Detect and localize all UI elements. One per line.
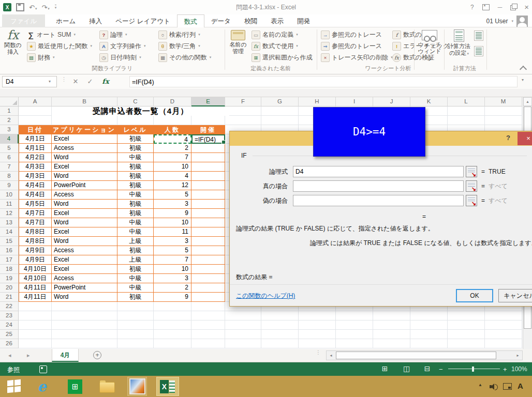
cell-A2[interactable] — [19, 116, 52, 125]
ime-mode-icon[interactable]: A — [518, 381, 523, 390]
cell-B17[interactable]: Excel — [52, 255, 117, 265]
close-button[interactable]: × — [524, 3, 529, 11]
cell-G1[interactable] — [261, 106, 299, 116]
cell-E26[interactable] — [191, 339, 225, 348]
column-header-F[interactable]: F — [225, 97, 261, 106]
cell-C5[interactable]: 初級 — [117, 144, 154, 153]
minimize-button[interactable]: ─ — [498, 4, 503, 11]
cell-D11[interactable]: 3 — [154, 200, 191, 209]
cell-E21[interactable] — [191, 293, 225, 302]
cell-H26[interactable] — [299, 339, 336, 348]
remove-arrows-button[interactable]: × トレース矢印の削除▾ — [321, 52, 393, 63]
collapse-ribbon-button[interactable] — [520, 66, 527, 73]
cell-C16[interactable]: 初級 — [117, 246, 154, 255]
tray-show-hidden-icon[interactable]: ▲ — [478, 383, 482, 387]
cell-A6[interactable]: 4月2日 — [19, 153, 52, 162]
cell-B5[interactable]: Access — [52, 144, 117, 153]
cell-B25[interactable] — [52, 330, 117, 339]
cell-E14[interactable] — [191, 227, 225, 237]
zoom-out-button[interactable]: − — [439, 365, 443, 373]
cell-A23[interactable] — [19, 311, 52, 320]
cell-F26[interactable] — [225, 339, 261, 348]
cell-D25[interactable] — [154, 330, 191, 339]
cell-C21[interactable]: 初級 — [117, 293, 154, 302]
cell-E3[interactable]: 開催 — [191, 125, 225, 134]
cell-E20[interactable] — [191, 283, 225, 293]
cell-G24[interactable] — [261, 320, 299, 330]
cell-K25[interactable] — [410, 330, 448, 339]
row-header-10[interactable]: 10 — [0, 190, 19, 200]
cell-C15[interactable]: 上級 — [117, 237, 154, 246]
cell-D18[interactable]: 10 — [154, 265, 191, 274]
row-header-5[interactable]: 5 — [0, 144, 19, 153]
cell-A9[interactable]: 4月4日 — [19, 181, 52, 190]
scroll-right-button[interactable]: ▸ — [513, 352, 522, 359]
cell-B10[interactable]: Access — [52, 190, 117, 200]
cell-J26[interactable] — [373, 339, 410, 348]
cell-D14[interactable]: 11 — [154, 227, 191, 237]
cell-E24[interactable] — [191, 320, 225, 330]
cell-E19[interactable] — [191, 274, 225, 283]
row-header-4[interactable]: 4 — [0, 134, 19, 144]
cell-K26[interactable] — [410, 339, 448, 348]
sheet-nav-left-icon[interactable]: ◂ — [8, 352, 11, 359]
calculation-options-button[interactable]: 計算方法 の設定▾ — [446, 28, 472, 57]
column-header-K[interactable]: K — [410, 97, 448, 106]
cell-E13[interactable] — [191, 218, 225, 227]
cell-D13[interactable]: 10 — [154, 218, 191, 227]
cell-E5[interactable] — [191, 144, 225, 153]
cell-A25[interactable] — [19, 330, 52, 339]
name-box-dropdown-icon[interactable]: ▾ — [49, 79, 51, 84]
cell-A16[interactable]: 4月9日 — [19, 246, 52, 255]
cell-J25[interactable] — [373, 330, 410, 339]
cell-B15[interactable]: Word — [52, 237, 117, 246]
cell-D10[interactable]: 5 — [154, 190, 191, 200]
cell-E12[interactable] — [191, 209, 225, 218]
cell-L23[interactable] — [448, 311, 485, 320]
row-header-15[interactable]: 15 — [0, 237, 19, 246]
cell-B6[interactable]: Word — [52, 153, 117, 162]
formula-bar-splitter[interactable]: ⋮ — [61, 78, 67, 81]
scroll-left-button[interactable]: ◂ — [327, 352, 335, 359]
cell-C10[interactable]: 中級 — [117, 190, 154, 200]
row-header-7[interactable]: 7 — [0, 162, 19, 172]
zoom-slider-thumb[interactable] — [472, 367, 474, 372]
datetime-button[interactable]: ◷ 日付/時刻▾ — [99, 52, 141, 63]
cell-D12[interactable]: 9 — [154, 209, 191, 218]
autosum-button[interactable]: ∑ オート SUM▾ — [27, 29, 76, 40]
cell-B9[interactable]: PowerPoint — [52, 181, 117, 190]
cell-A18[interactable]: 4月10日 — [19, 265, 52, 274]
cell-M23[interactable] — [485, 311, 522, 320]
column-header-M[interactable]: M — [485, 97, 522, 106]
cell-D15[interactable]: 3 — [154, 237, 191, 246]
column-header-E[interactable]: E — [191, 97, 225, 106]
cell-C26[interactable] — [117, 339, 154, 348]
cell-C20[interactable]: 中級 — [117, 283, 154, 293]
cell-I25[interactable] — [336, 330, 373, 339]
cell-A7[interactable]: 4月3日 — [19, 162, 52, 172]
cell-K24[interactable] — [410, 320, 448, 330]
taskbar-explorer-button[interactable] — [97, 377, 117, 396]
column-header-J[interactable]: J — [373, 97, 410, 106]
cell-F23[interactable] — [225, 311, 261, 320]
text-functions-button[interactable]: A 文字列操作▾ — [99, 41, 146, 51]
tab-view[interactable]: 表示 — [264, 14, 290, 27]
cell-A26[interactable] — [19, 339, 52, 348]
cell-B11[interactable]: Word — [52, 200, 117, 209]
start-button[interactable] — [7, 379, 21, 393]
cell-A3[interactable]: 日付 — [19, 125, 52, 134]
row-header-16[interactable]: 16 — [0, 246, 19, 255]
calculate-sheet-button[interactable] — [474, 46, 483, 56]
create-from-selection-button[interactable]: ⊞ 選択範囲から作成 — [252, 52, 313, 63]
cell-D3[interactable]: 人数 — [154, 125, 191, 134]
taskbar-ie-button[interactable]: e — [32, 377, 52, 396]
cell-C23[interactable] — [117, 311, 154, 320]
tab-scrollbar-splitter[interactable]: ⋮ — [316, 351, 320, 354]
expand-formula-bar-icon[interactable]: ▾ — [522, 78, 524, 82]
cell-L2[interactable] — [448, 116, 485, 125]
cell-D8[interactable]: 4 — [154, 172, 191, 181]
cell-A17[interactable]: 4月9日 — [19, 255, 52, 265]
range-picker-icon[interactable] — [466, 166, 477, 177]
cell-B14[interactable]: Excel — [52, 227, 117, 237]
row-header-6[interactable]: 6 — [0, 153, 19, 162]
